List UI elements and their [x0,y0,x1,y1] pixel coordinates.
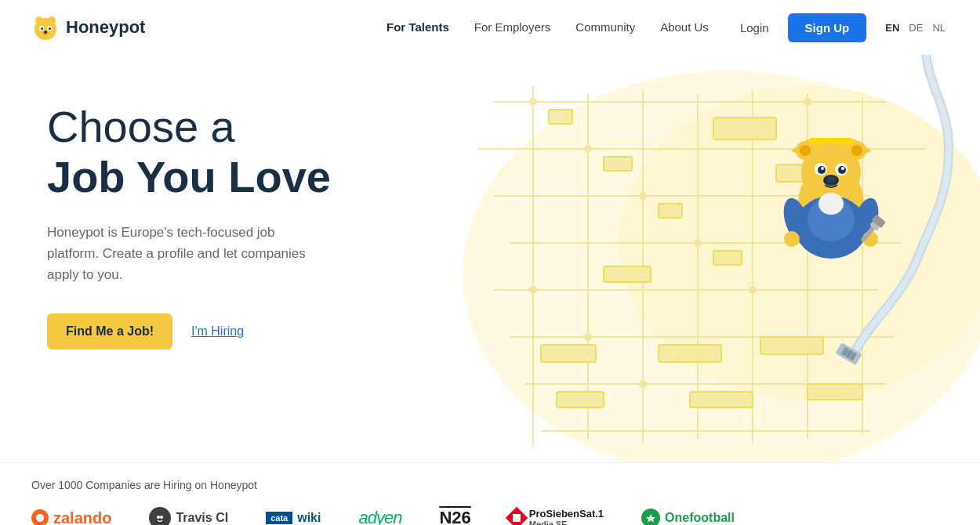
hero-title: Choose a Job You Love [47,102,376,203]
lang-de-button[interactable]: DE [906,20,926,35]
svg-point-35 [640,381,646,387]
svg-rect-40 [713,118,776,139]
lang-en-button[interactable]: EN [882,20,902,35]
svg-point-31 [804,99,811,105]
svg-rect-44 [760,337,823,354]
svg-point-33 [530,287,536,293]
svg-point-26 [530,99,536,105]
hero-content: Choose a Job You Love Honeypot is Europe… [0,55,376,462]
company-logo-prosiebensat1: ProSiebenSat.1 Media SE [509,508,604,526]
nav-item-for-talents[interactable]: For Talents [377,20,459,34]
signup-button[interactable]: Sign Up [788,13,867,42]
company-logo-catawiki: cata wiki [266,511,321,525]
nav-link-community[interactable]: Community [566,14,644,40]
svg-point-63 [800,145,811,156]
n26-label: N26 [439,508,470,525]
company-logo-travis-ci: Travis CI [149,507,228,525]
nav-link-for-talents[interactable]: For Talents [377,14,459,40]
navbar: Honeypot For Talents For Employers Commu… [0,0,980,55]
svg-rect-42 [541,345,596,362]
svg-point-85 [160,516,163,519]
svg-point-64 [851,145,862,156]
travis-ci-label: Travis CI [176,511,228,525]
im-hiring-link[interactable]: I'm Hiring [191,324,244,339]
companies-section: Over 1000 Companies are Hiring on Honeyp… [0,462,980,525]
nav-item-about-us[interactable]: About Us [651,20,718,34]
svg-point-27 [585,146,591,152]
hero-section: Choose a Job You Love Honeypot is Europe… [0,55,980,462]
svg-rect-41 [604,266,651,282]
company-logo-n26: N26 [439,508,470,525]
svg-rect-46 [557,392,604,407]
nav-item-for-employers[interactable]: For Employers [465,20,561,34]
hero-cta-buttons: Find Me a Job! I'm Hiring [47,313,376,349]
svg-point-69 [821,167,824,170]
nav-item-community[interactable]: Community [566,20,644,34]
login-button[interactable]: Login [731,15,779,41]
lang-nl-button[interactable]: NL [929,20,949,35]
svg-point-6 [49,27,51,30]
svg-point-29 [695,240,701,246]
hero-subtitle: Honeypot is Europe's tech-focused job pl… [47,222,314,286]
svg-point-5 [41,27,43,30]
zalando-icon [31,509,49,525]
nav-links: For Talents For Employers Community Abou… [377,20,718,34]
travis-ci-icon [149,507,171,525]
svg-point-75 [818,193,844,215]
prosiebensat1-label: ProSiebenSat.1 Media SE [529,508,604,526]
svg-point-28 [640,193,646,199]
companies-label: Over 1000 Companies are Hiring on Honeyp… [31,479,949,491]
company-logo-zalando: zalando [31,509,111,526]
nav-right: Login Sign Up EN DE NL [731,13,949,42]
svg-rect-47 [690,392,753,407]
svg-point-1 [35,16,43,24]
svg-point-34 [585,334,591,340]
company-logo-onefootball: Onefootball [641,509,735,525]
find-job-button[interactable]: Find Me a Job! [47,313,172,349]
hero-title-line2: Job You Love [47,152,331,201]
svg-rect-48 [808,384,862,400]
svg-point-83 [154,512,166,524]
svg-point-8 [44,31,47,34]
brand-name: Honeypot [66,17,145,38]
adyen-label: adyen [358,508,401,525]
hero-title-line1: Choose a [47,102,235,151]
svg-point-84 [157,516,160,519]
svg-rect-37 [604,157,632,171]
nav-link-about-us[interactable]: About Us [651,14,718,40]
language-switcher: EN DE NL [882,20,949,35]
prosiebensat1-icon [506,507,528,525]
company-logos-list: zalando Travis CI cata wiki adyen [31,507,949,525]
onefootball-label: Onefootball [665,511,735,525]
catawiki-icon: cata [266,512,292,524]
onefootball-icon [641,509,660,525]
svg-point-70 [841,167,844,170]
logo-icon [31,13,60,42]
circuit-background [416,55,980,462]
svg-point-78 [784,231,800,247]
svg-rect-36 [549,110,572,124]
logo-link[interactable]: Honeypot [31,13,145,42]
zalando-label: zalando [53,509,111,526]
nav-link-for-employers[interactable]: For Employers [465,14,561,40]
svg-rect-39 [713,251,742,265]
svg-point-72 [826,176,836,183]
svg-point-2 [48,16,56,24]
catawiki-label: wiki [297,511,321,525]
svg-rect-43 [659,345,721,362]
company-logo-adyen: adyen [358,508,401,525]
svg-point-30 [750,287,756,293]
svg-rect-38 [659,204,682,218]
